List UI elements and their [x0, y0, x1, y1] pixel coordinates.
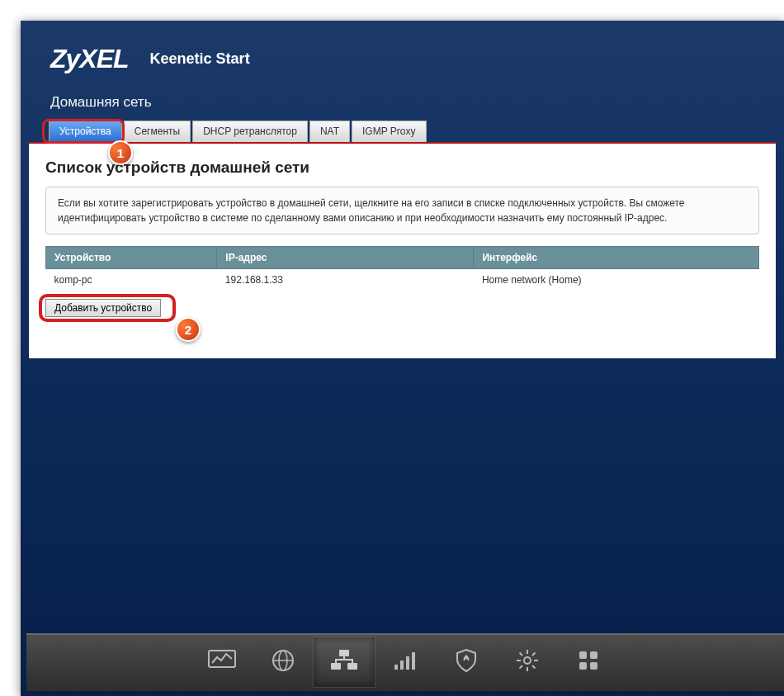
cell-device: komp-pc [46, 269, 217, 291]
svg-line-17 [532, 665, 536, 669]
content-panel: Список устройств домашней сети Если вы х… [29, 144, 776, 358]
tabs-container: Устройства Сегменты DHCP ретранслятор NA… [21, 121, 784, 144]
bottom-nav [26, 633, 784, 691]
devices-table: Устройство IP-адрес Интерфейс komp-pc 19… [45, 246, 759, 291]
cell-ip: 192.168.1.33 [217, 269, 474, 291]
monitor-icon [208, 650, 236, 675]
tab-igmp-proxy[interactable]: IGMP Proxy [352, 121, 426, 142]
product-name: Keenetic Start [150, 50, 250, 68]
svg-rect-20 [579, 651, 587, 659]
tab-strip: Устройства Сегменты DHCP ретранслятор NA… [29, 121, 776, 144]
globe-icon [271, 648, 295, 676]
col-header-device: Устройство [46, 247, 217, 269]
apps-icon [578, 650, 599, 675]
svg-rect-4 [339, 650, 349, 656]
add-button-wrap: Добавить устройство 2 [45, 299, 759, 317]
svg-line-19 [532, 653, 536, 656]
gear-icon [515, 648, 540, 676]
tab-segments[interactable]: Сегменты [124, 121, 191, 142]
svg-rect-9 [406, 656, 409, 670]
add-device-button[interactable]: Добавить устройство [45, 299, 161, 317]
table-header-row: Устройство IP-адрес Интерфейс [46, 247, 759, 269]
network-icon [329, 649, 359, 675]
svg-rect-21 [590, 651, 597, 659]
tab-nat[interactable]: NAT [309, 121, 350, 142]
svg-line-16 [520, 653, 523, 656]
nav-home-network[interactable] [314, 637, 375, 687]
info-box: Если вы хотите зарегистрировать устройст… [45, 187, 759, 234]
svg-rect-10 [412, 652, 415, 670]
tab-devices[interactable]: Устройства [49, 121, 122, 142]
section-title: Домашняя сеть [21, 81, 784, 121]
tab-dhcp-relay[interactable]: DHCP ретранслятор [192, 121, 308, 142]
svg-point-11 [524, 657, 531, 664]
nav-apps[interactable] [558, 637, 619, 687]
annotation-callout-2: 2 [176, 317, 201, 342]
table-row[interactable]: komp-pc 192.168.1.33 Home network (Home) [46, 269, 759, 291]
brand-logo: ZyXEL [50, 44, 129, 74]
shield-icon [455, 648, 478, 676]
router-admin-window: ZyXEL Keenetic Start Домашняя сеть Устро… [21, 21, 784, 696]
svg-rect-6 [347, 663, 357, 670]
header: ZyXEL Keenetic Start [21, 21, 784, 81]
nav-monitor[interactable] [191, 637, 253, 687]
col-header-interface: Интерфейс [474, 247, 759, 269]
nav-security[interactable] [436, 637, 497, 687]
col-header-ip: IP-адрес [217, 247, 474, 269]
svg-line-18 [520, 665, 523, 669]
svg-rect-7 [394, 665, 398, 670]
nav-settings[interactable] [497, 637, 558, 687]
nav-internet[interactable] [253, 637, 314, 687]
nav-wifi[interactable] [375, 637, 436, 687]
svg-rect-8 [400, 660, 404, 670]
signal-icon [393, 650, 418, 675]
annotation-callout-1: 1 [108, 140, 133, 165]
svg-rect-23 [590, 662, 597, 670]
cell-interface: Home network (Home) [474, 269, 759, 291]
panel-title: Список устройств домашней сети [45, 159, 759, 177]
svg-rect-5 [331, 663, 341, 670]
svg-rect-22 [579, 662, 587, 670]
